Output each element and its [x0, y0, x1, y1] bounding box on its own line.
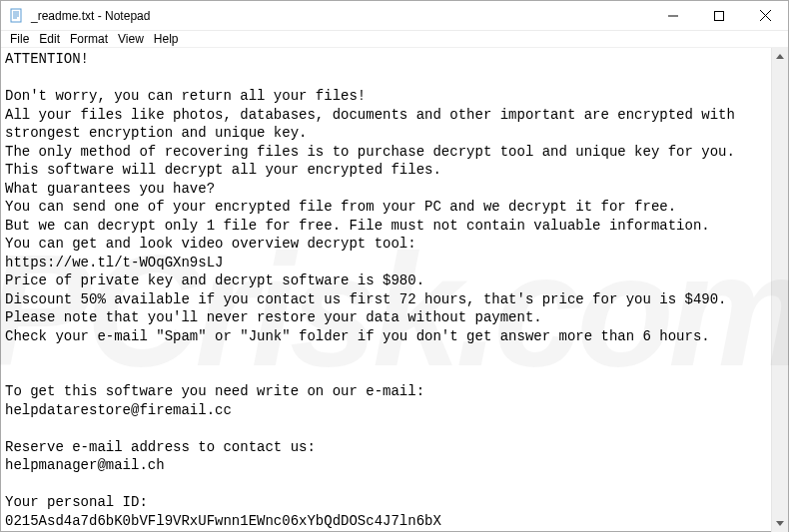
menu-edit[interactable]: Edit	[34, 31, 65, 47]
minimize-button[interactable]	[650, 1, 696, 31]
content-area: ATTENTION! Don't worry, you can return a…	[1, 48, 788, 532]
maximize-button[interactable]	[696, 1, 742, 31]
menu-format[interactable]: Format	[65, 31, 113, 47]
titlebar[interactable]: _readme.txt - Notepad	[1, 1, 788, 31]
chevron-down-icon	[776, 521, 784, 526]
menubar: File Edit Format View Help	[1, 31, 788, 48]
menu-file[interactable]: File	[5, 31, 34, 47]
svg-rect-6	[715, 11, 724, 20]
menu-view[interactable]: View	[113, 31, 149, 47]
close-icon	[760, 10, 771, 21]
text-area[interactable]: ATTENTION! Don't worry, you can return a…	[1, 48, 771, 532]
maximize-icon	[714, 11, 724, 21]
notepad-app-icon	[9, 8, 25, 24]
scroll-track[interactable]	[772, 65, 788, 515]
minimize-icon	[668, 11, 678, 21]
scroll-down-arrow[interactable]	[772, 515, 788, 532]
notepad-window: _readme.txt - Notepad File Edit Format V…	[0, 0, 789, 532]
chevron-up-icon	[776, 54, 784, 59]
scroll-up-arrow[interactable]	[772, 48, 788, 65]
close-button[interactable]	[742, 1, 788, 31]
window-title: _readme.txt - Notepad	[31, 9, 150, 23]
menu-help[interactable]: Help	[149, 31, 184, 47]
vertical-scrollbar[interactable]	[771, 48, 788, 532]
